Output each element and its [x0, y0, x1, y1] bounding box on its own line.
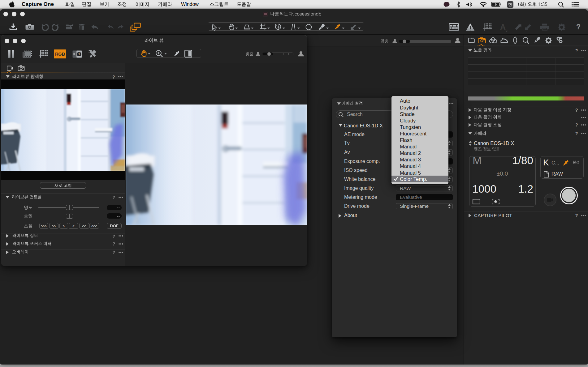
svg-text:1: 1 — [78, 52, 80, 56]
